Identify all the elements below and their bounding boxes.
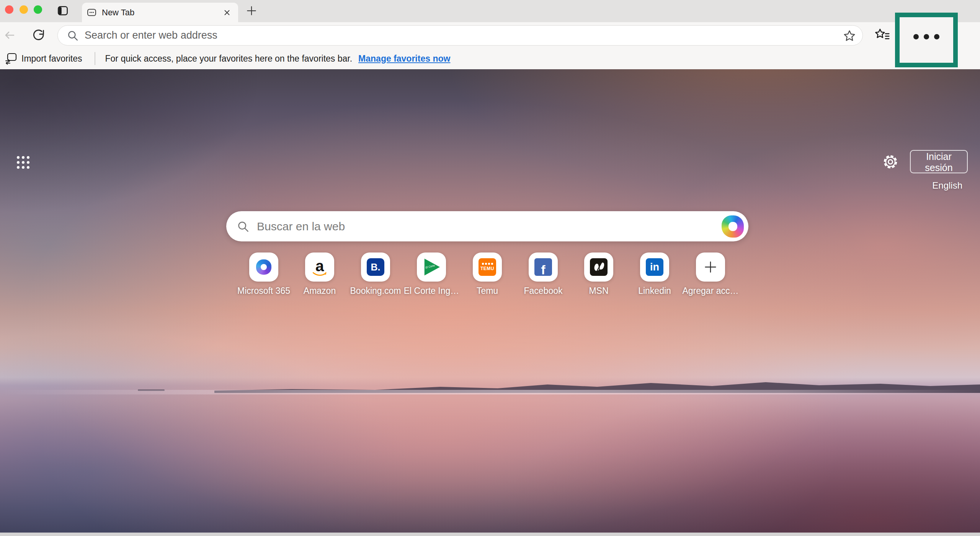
import-favorites-button[interactable]: Import favorites <box>2 52 85 65</box>
back-arrow-icon <box>3 29 16 41</box>
favorites-bar-button[interactable] <box>874 27 890 43</box>
favorites-hint-text: For quick access, place your favorites h… <box>105 54 353 64</box>
close-window-button[interactable] <box>5 5 13 14</box>
ellipsis-dot <box>913 34 919 39</box>
quick-links-row: Microsoft 365 a Amazon B. Booking.com <box>0 253 980 295</box>
new-tab-page: Iniciar sesión English Microsoft 365 a <box>0 69 980 533</box>
reload-icon <box>32 28 46 42</box>
plus-icon <box>704 261 717 274</box>
shortcut-amazon[interactable]: a Amazon <box>291 253 348 296</box>
msn-butterfly-icon <box>590 258 608 276</box>
zoom-window-button[interactable] <box>34 5 42 14</box>
shortcut-add[interactable]: Agregar acc… <box>682 253 739 296</box>
settings-and-more-button[interactable] <box>900 29 953 44</box>
new-tab-button[interactable] <box>244 3 259 18</box>
shortcut-booking[interactable]: B. Booking.com <box>347 253 404 296</box>
reload-button[interactable] <box>31 28 46 42</box>
window-bottom-edge <box>0 533 980 536</box>
close-icon <box>223 8 231 17</box>
add-favorite-button[interactable] <box>842 28 857 43</box>
shortcut-temu[interactable]: TEMU Temu <box>459 253 516 296</box>
minimize-window-button[interactable] <box>20 5 28 14</box>
annotation-highlight <box>895 13 958 67</box>
navigation-toolbar <box>0 22 980 48</box>
booking-logo-icon: B. <box>367 258 384 276</box>
shortcut-msn[interactable]: MSN <box>570 253 627 296</box>
back-button[interactable] <box>2 28 17 42</box>
close-tab-button[interactable] <box>221 7 233 18</box>
ellipsis-dot <box>924 34 929 39</box>
star-icon <box>843 29 856 42</box>
address-bar[interactable] <box>57 25 863 46</box>
ellipsis-dot <box>934 34 939 39</box>
tab-new-tab[interactable]: New Tab <box>82 3 238 22</box>
manage-favorites-link[interactable]: Manage favorites now <box>358 54 450 64</box>
plus-icon <box>246 5 257 16</box>
app-launcher-button[interactable] <box>14 153 32 171</box>
shortcut-el-corte-ingles[interactable]: El Corte Inglés El Corte Ing… <box>403 253 460 296</box>
language-label[interactable]: English <box>909 180 962 191</box>
temu-logo-icon: TEMU <box>479 258 496 276</box>
shortcut-linkedin[interactable]: in Linkedin <box>626 253 683 296</box>
amazon-logo-icon: a <box>315 260 324 272</box>
new-tab-page-icon <box>87 7 97 18</box>
shortcut-microsoft-365[interactable]: Microsoft 365 <box>235 253 292 296</box>
linkedin-logo-icon: in <box>646 258 663 276</box>
amazon-smile-icon <box>312 272 327 277</box>
favorites-list-icon <box>874 28 890 43</box>
browser-window: New Tab <box>0 0 980 536</box>
grid-icon <box>17 156 29 169</box>
web-search-box[interactable] <box>226 211 748 241</box>
facebook-logo-icon: f <box>534 258 552 276</box>
sidebar-panel-icon <box>57 5 69 17</box>
microsoft365-logo-icon <box>256 259 271 275</box>
search-icon <box>237 220 249 233</box>
import-favorites-icon <box>5 52 18 65</box>
web-search-input[interactable] <box>256 220 722 233</box>
tab-bar: New Tab <box>0 0 980 22</box>
horizon-glow <box>0 390 980 394</box>
el-corte-ingles-logo-icon: El Corte Inglés <box>422 258 441 276</box>
tab-title: New Tab <box>102 8 221 18</box>
sign-in-button[interactable]: Iniciar sesión <box>910 150 968 173</box>
tab-activity-button[interactable] <box>56 4 70 18</box>
copilot-icon[interactable] <box>722 215 744 238</box>
gear-icon <box>882 154 898 170</box>
favorites-bar: Import favorites For quick access, place… <box>0 48 980 69</box>
shortcut-facebook[interactable]: f Facebook <box>514 253 572 296</box>
import-favorites-label: Import favorites <box>21 54 82 64</box>
background-image <box>0 69 980 533</box>
address-input[interactable] <box>84 29 842 42</box>
divider <box>95 52 95 65</box>
search-icon <box>67 30 78 41</box>
page-settings-button[interactable] <box>882 153 899 171</box>
